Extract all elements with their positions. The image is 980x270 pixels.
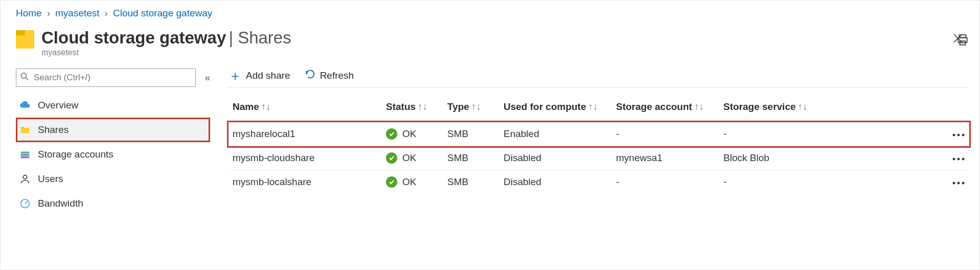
ok-icon xyxy=(386,176,397,188)
gauge-icon xyxy=(19,198,31,209)
col-actions xyxy=(944,96,969,122)
chevron-icon: › xyxy=(105,8,108,19)
ok-icon xyxy=(386,152,397,164)
sidebar: « Overview Shares Storage accounts User xyxy=(16,69,210,216)
col-account[interactable]: Storage account↑↓ xyxy=(612,96,719,122)
page-subtitle: myasetest xyxy=(41,48,945,57)
col-name[interactable]: Name↑↓ xyxy=(229,96,382,122)
sidebar-item-label: Bandwidth xyxy=(38,198,83,209)
chevron-icon: › xyxy=(47,8,50,19)
cell-service: - xyxy=(719,170,944,194)
cell-service: Block Blob xyxy=(719,146,944,170)
cell-name[interactable]: mysmb-cloudshare xyxy=(229,146,382,170)
sidebar-item-storage-accounts[interactable]: Storage accounts xyxy=(16,142,210,167)
sidebar-item-shares[interactable]: Shares xyxy=(16,118,210,142)
sidebar-item-label: Overview xyxy=(38,100,78,111)
add-share-label: Add share xyxy=(246,70,290,81)
svg-point-15 xyxy=(962,134,965,137)
svg-point-14 xyxy=(958,134,960,137)
table-row[interactable]: mysmb-cloudshareOKSMBDisabledmynewsa1Blo… xyxy=(229,146,969,170)
ok-icon xyxy=(386,128,397,140)
col-used[interactable]: Used for compute↑↓ xyxy=(499,96,612,122)
row-actions-button[interactable] xyxy=(944,122,969,146)
svg-line-12 xyxy=(25,201,28,204)
breadcrumb-resource[interactable]: myasetest xyxy=(55,8,100,19)
svg-point-18 xyxy=(962,158,965,161)
page-section: | Shares xyxy=(229,28,291,47)
svg-point-20 xyxy=(958,182,960,185)
cell-type: SMB xyxy=(443,146,499,170)
svg-point-16 xyxy=(953,158,955,161)
add-share-button[interactable]: ＋ Add share xyxy=(229,70,290,81)
sidebar-item-label: Shares xyxy=(38,124,69,136)
toolbar: ＋ Add share Refresh xyxy=(229,69,969,82)
cloud-icon xyxy=(19,100,31,111)
svg-rect-7 xyxy=(21,152,30,154)
cell-account: - xyxy=(612,122,719,146)
svg-rect-9 xyxy=(21,156,30,159)
cell-used: Disabled xyxy=(499,146,612,170)
col-status[interactable]: Status↑↓ xyxy=(382,96,443,122)
svg-point-17 xyxy=(958,158,960,161)
svg-rect-8 xyxy=(21,154,30,156)
cell-account: - xyxy=(612,170,719,194)
page-title: Cloud storage gateway xyxy=(41,28,226,47)
folder-icon xyxy=(19,124,31,136)
breadcrumb-home[interactable]: Home xyxy=(16,8,42,19)
collapse-sidebar-icon[interactable]: « xyxy=(205,72,210,83)
cell-used: Enabled xyxy=(499,122,612,146)
svg-point-19 xyxy=(953,182,955,185)
svg-point-21 xyxy=(962,182,965,185)
close-icon[interactable] xyxy=(952,32,964,47)
svg-point-13 xyxy=(953,134,955,137)
cell-status: OK xyxy=(382,122,443,146)
sidebar-item-label: Users xyxy=(38,173,63,185)
row-actions-button[interactable] xyxy=(944,170,969,194)
sidebar-item-overview[interactable]: Overview xyxy=(16,93,210,118)
svg-point-10 xyxy=(23,175,27,179)
table-row[interactable]: mysmb-localshareOKSMBDisabled-- xyxy=(229,170,969,194)
sidebar-item-label: Storage accounts xyxy=(38,149,113,160)
sidebar-item-bandwidth[interactable]: Bandwidth xyxy=(16,191,210,216)
cell-status: OK xyxy=(382,146,443,170)
cell-status: OK xyxy=(382,170,443,194)
shares-table: Name↑↓ Status↑↓ Type↑↓ Used for compute↑… xyxy=(229,96,969,194)
cell-type: SMB xyxy=(443,122,499,146)
table-row[interactable]: mysharelocal1OKSMBEnabled-- xyxy=(229,122,969,146)
search-input[interactable] xyxy=(16,69,196,87)
cell-account: mynewsa1 xyxy=(612,146,719,170)
cell-type: SMB xyxy=(443,170,499,194)
cell-name[interactable]: mysharelocal1 xyxy=(229,122,382,146)
row-actions-button[interactable] xyxy=(944,146,969,170)
refresh-button[interactable]: Refresh xyxy=(305,69,354,82)
cell-name[interactable]: mysmb-localshare xyxy=(229,170,382,194)
separator xyxy=(229,87,969,88)
col-service[interactable]: Storage service↑↓ xyxy=(719,96,944,122)
sidebar-item-users[interactable]: Users xyxy=(16,167,210,191)
breadcrumb-section[interactable]: Cloud storage gateway xyxy=(113,8,212,19)
cell-used: Disabled xyxy=(499,170,612,194)
breadcrumb: Home › myasetest › Cloud storage gateway xyxy=(16,8,969,19)
user-icon xyxy=(19,173,31,185)
col-type[interactable]: Type↑↓ xyxy=(443,96,499,122)
folder-icon xyxy=(16,30,34,49)
storage-icon xyxy=(19,149,31,160)
refresh-label: Refresh xyxy=(320,70,354,81)
cell-service: - xyxy=(719,122,944,146)
refresh-icon xyxy=(305,69,316,82)
